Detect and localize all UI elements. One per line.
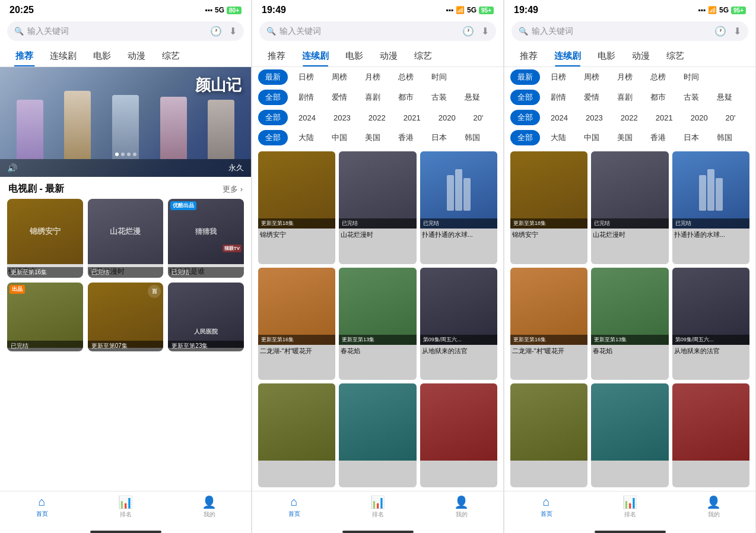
content-card-2-1[interactable]: 更新至第18集 锦绣安宁 bbox=[258, 151, 335, 264]
card-1-1[interactable]: 锦绣安宁 更新至第16集 锦绣安宁 bbox=[7, 199, 83, 278]
content-card-3-8[interactable] bbox=[591, 383, 668, 487]
nav-rank-2[interactable]: 📊 排名 bbox=[336, 495, 420, 519]
content-card-2-9[interactable] bbox=[420, 383, 497, 487]
tab-recommend-2[interactable]: 推荐 bbox=[259, 46, 294, 66]
tab-series-3[interactable]: 连续剧 bbox=[546, 46, 589, 66]
tab-movie-3[interactable]: 电影 bbox=[589, 46, 624, 66]
tab-variety-3[interactable]: 综艺 bbox=[658, 46, 693, 66]
content-card-2-6[interactable]: 第09集/周五六... 从地狱来的法官 bbox=[420, 268, 497, 380]
filter-china-2[interactable]: 中国 bbox=[325, 130, 354, 145]
filter-all-year-2[interactable]: 全部 bbox=[258, 110, 288, 125]
tab-movie-1[interactable]: 电影 bbox=[85, 46, 119, 66]
tab-series-2[interactable]: 连续剧 bbox=[294, 46, 337, 66]
section-more-1[interactable]: 更多 › bbox=[223, 184, 243, 195]
card-1-3[interactable]: 优酷出品 猫眼TV 猜猜我 已完结 猜猜我是谁 bbox=[168, 199, 244, 278]
filter-korea-2[interactable]: 韩国 bbox=[458, 130, 487, 145]
filter-2024-3[interactable]: 2024 bbox=[544, 111, 575, 125]
card-1-2[interactable]: 山花烂漫 已完结 山花烂漫时 bbox=[88, 199, 164, 278]
filter-2024-2[interactable]: 2024 bbox=[291, 111, 323, 125]
card-2-3[interactable]: 人民医院 更新至第23集 bbox=[168, 283, 244, 351]
filter-mystery-3[interactable]: 悬疑 bbox=[710, 90, 739, 105]
filter-mystery-2[interactable]: 悬疑 bbox=[458, 90, 487, 105]
filter-all-region-2[interactable]: 全部 bbox=[258, 130, 288, 145]
download-icon-1[interactable]: ⬇ bbox=[229, 26, 237, 37]
nav-me-1[interactable]: 👤 我的 bbox=[167, 495, 251, 519]
filter-daily-2[interactable]: 日榜 bbox=[291, 69, 321, 85]
filter-2021-2[interactable]: 2021 bbox=[396, 111, 428, 125]
filter-2023-3[interactable]: 2023 bbox=[579, 111, 610, 125]
filter-comedy-2[interactable]: 喜剧 bbox=[358, 90, 387, 105]
filter-2020-3[interactable]: 2020 bbox=[684, 111, 715, 125]
filter-all-genre-3[interactable]: 全部 bbox=[510, 90, 540, 105]
filter-newest-2[interactable]: 最新 bbox=[258, 69, 288, 85]
tab-movie-2[interactable]: 电影 bbox=[337, 46, 371, 66]
filter-mainland-3[interactable]: 大陆 bbox=[544, 130, 573, 145]
history-icon-3[interactable]: 🕐 bbox=[714, 26, 726, 37]
nav-home-1[interactable]: ⌂ 首页 bbox=[0, 495, 84, 519]
content-card-3-7[interactable] bbox=[510, 383, 587, 487]
nav-rank-1[interactable]: 📊 排名 bbox=[84, 495, 167, 519]
filter-drama-3[interactable]: 剧情 bbox=[544, 90, 573, 105]
filter-2022-3[interactable]: 2022 bbox=[614, 111, 645, 125]
filter-hk-2[interactable]: 香港 bbox=[391, 130, 421, 145]
content-card-2-8[interactable] bbox=[339, 383, 416, 487]
filter-ancient-3[interactable]: 古装 bbox=[676, 90, 706, 105]
content-card-2-5[interactable]: 更新至第13集 春花焰 bbox=[339, 268, 416, 380]
content-card-3-9[interactable] bbox=[672, 383, 749, 487]
filter-weekly-3[interactable]: 周榜 bbox=[577, 69, 606, 85]
filter-2022-2[interactable]: 2022 bbox=[361, 111, 393, 125]
filter-all-year-3[interactable]: 全部 bbox=[510, 110, 540, 125]
download-icon-3[interactable]: ⬇ bbox=[733, 26, 741, 37]
filter-mainland-2[interactable]: 大陆 bbox=[291, 130, 321, 145]
tab-anime-2[interactable]: 动漫 bbox=[371, 46, 406, 66]
filter-comedy-3[interactable]: 喜剧 bbox=[610, 90, 640, 105]
vol-icon-1[interactable]: 🔊 bbox=[7, 163, 17, 173]
tab-series-1[interactable]: 连续剧 bbox=[42, 46, 85, 66]
content-card-3-3[interactable]: 已完结 扑通扑通的水球... bbox=[672, 151, 749, 264]
history-icon-1[interactable]: 🕐 bbox=[210, 26, 222, 37]
content-card-2-3[interactable]: 已完结 扑通扑通的水球... bbox=[420, 151, 497, 264]
download-icon-2[interactable]: ⬇ bbox=[481, 26, 489, 37]
filter-china-3[interactable]: 中国 bbox=[577, 130, 606, 145]
filter-total-3[interactable]: 总榜 bbox=[643, 69, 673, 85]
filter-romance-3[interactable]: 爱情 bbox=[577, 90, 606, 105]
nav-home-2[interactable]: ⌂ 首页 bbox=[252, 495, 336, 519]
nav-home-3[interactable]: ⌂ 首页 bbox=[504, 495, 588, 519]
filter-newest-3[interactable]: 最新 bbox=[510, 69, 540, 85]
content-card-2-4[interactable]: 更新至第16集 二龙湖-"村"暖花开 bbox=[258, 268, 335, 380]
filter-hk-3[interactable]: 香港 bbox=[643, 130, 673, 145]
tab-recommend-1[interactable]: 推荐 bbox=[7, 46, 42, 66]
content-card-3-4[interactable]: 更新至第16集 二龙湖-"村"暖花开 bbox=[510, 268, 587, 380]
tab-variety-1[interactable]: 综艺 bbox=[154, 46, 188, 66]
filter-2020-2[interactable]: 2020 bbox=[431, 111, 463, 125]
filter-all-genre-2[interactable]: 全部 bbox=[258, 90, 288, 105]
nav-me-2[interactable]: 👤 我的 bbox=[420, 495, 503, 519]
nav-rank-3[interactable]: 📊 排名 bbox=[588, 495, 672, 519]
content-card-3-1[interactable]: 更新至第18集 锦绣安宁 bbox=[510, 151, 587, 264]
filter-usa-3[interactable]: 美国 bbox=[610, 130, 640, 145]
tab-anime-1[interactable]: 动漫 bbox=[119, 46, 154, 66]
filter-urban-3[interactable]: 都市 bbox=[643, 90, 673, 105]
content-card-2-7[interactable] bbox=[258, 383, 335, 487]
tab-recommend-3[interactable]: 推荐 bbox=[512, 46, 546, 66]
history-icon-2[interactable]: 🕐 bbox=[462, 26, 474, 37]
filter-time-2[interactable]: 时间 bbox=[424, 69, 454, 85]
filter-urban-2[interactable]: 都市 bbox=[391, 90, 421, 105]
filter-total-2[interactable]: 总榜 bbox=[391, 69, 421, 85]
filter-monthly-2[interactable]: 月榜 bbox=[358, 69, 387, 85]
search-bar-1[interactable]: 🔍 输入关键词 🕐 ⬇ bbox=[7, 21, 244, 41]
search-bar-3[interactable]: 🔍 输入关键词 🕐 ⬇ bbox=[512, 21, 748, 41]
filter-older-2[interactable]: 20' bbox=[466, 111, 491, 125]
filter-usa-2[interactable]: 美国 bbox=[358, 130, 387, 145]
card-2-1[interactable]: 出品 已完结 bbox=[7, 283, 83, 351]
nav-me-3[interactable]: 👤 我的 bbox=[672, 495, 755, 519]
filter-all-region-3[interactable]: 全部 bbox=[510, 130, 540, 145]
filter-2023-2[interactable]: 2023 bbox=[326, 111, 358, 125]
filter-time-3[interactable]: 时间 bbox=[676, 69, 706, 85]
filter-drama-2[interactable]: 剧情 bbox=[291, 90, 321, 105]
filter-ancient-2[interactable]: 古装 bbox=[424, 90, 454, 105]
content-card-3-2[interactable]: 已完结 山花烂漫时 bbox=[591, 151, 668, 264]
tab-variety-2[interactable]: 综艺 bbox=[406, 46, 440, 66]
filter-monthly-3[interactable]: 月榜 bbox=[610, 69, 640, 85]
card-2-2[interactable]: 百 更新至第07集 bbox=[88, 283, 164, 351]
